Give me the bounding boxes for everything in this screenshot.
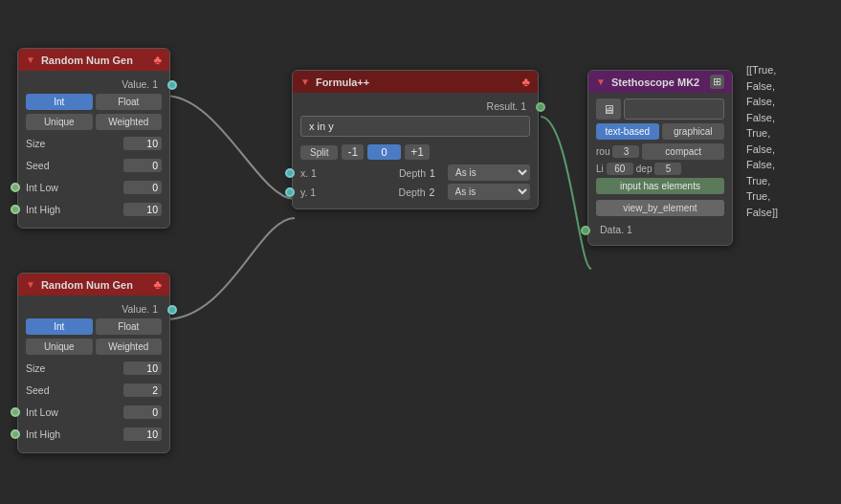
int-high-label-2: Int High — [26, 428, 120, 440]
formula-expression[interactable]: x in y — [300, 116, 530, 137]
weighted-btn-1[interactable]: Weighted — [96, 114, 163, 130]
int-high-socket-2[interactable] — [11, 429, 20, 439]
mode-btn-row-2: Unique Weighted — [26, 339, 162, 355]
value-label-1: Value. 1 — [122, 78, 158, 90]
formula-title: Formula++ — [316, 77, 517, 88]
depth2-label: Depth — [399, 186, 426, 198]
collapse-arrow-formula[interactable]: ▼ — [300, 77, 310, 87]
random-num-gen-node-1: ▼ Random Num Gen ♣ Value. 1 Int Float Un… — [17, 48, 170, 229]
type-btn-row-1: Int Float — [26, 94, 162, 110]
value-output-socket-1[interactable] — [167, 80, 177, 90]
data-socket[interactable] — [581, 226, 590, 235]
int-low-socket-2[interactable] — [11, 407, 20, 417]
random-num-gen-1-icon: ♣ — [153, 53, 162, 67]
y-label: y. 1 — [300, 186, 316, 198]
x-socket[interactable] — [285, 168, 295, 178]
seed-label-1: Seed — [26, 160, 120, 171]
random-num-gen-2-header: ▼ Random Num Gen ♣ — [18, 274, 169, 296]
unique-btn-1[interactable]: Unique — [26, 114, 93, 130]
int-low-label-2: Int Low — [26, 406, 120, 418]
seed-row-2: Seed 2 — [26, 381, 162, 400]
collapse-arrow-2[interactable]: ▼ — [26, 279, 35, 290]
input-elements-btn[interactable]: input has elements — [596, 178, 724, 194]
expression-row: x in y — [300, 116, 530, 142]
li-dep-row: Li dep — [596, 163, 724, 175]
mode-btn-row-1: Unique Weighted — [26, 114, 162, 130]
value-row-1: Value. 1 — [26, 77, 162, 94]
y-depth-row: y. 1 Depth 2 As is Flatten — [300, 184, 530, 200]
int-high-label-1: Int High — [26, 204, 120, 215]
stethoscope-title: Stethoscope MK2 — [611, 77, 704, 88]
random-num-gen-2-title: Random Num Gen — [41, 279, 148, 291]
minus-btn[interactable]: -1 — [342, 144, 364, 160]
size-val-1[interactable]: 10 — [123, 137, 162, 150]
depth1-label: Depth — [399, 167, 426, 179]
size-val-2[interactable]: 10 — [123, 362, 162, 375]
value-field[interactable] — [367, 144, 401, 160]
seed-val-2[interactable]: 2 — [123, 383, 162, 397]
screen-icon-btn[interactable]: 🖥 — [596, 99, 621, 120]
int-low-val-1[interactable]: 0 — [123, 181, 162, 194]
data-label: Data. 1 — [600, 224, 720, 235]
collapse-arrow-steth[interactable]: ▼ — [596, 77, 606, 87]
stethoscope-header: ▼ Stethoscope MK2 ⊞ — [588, 71, 732, 93]
depth1-select[interactable]: As is Flatten — [448, 164, 530, 181]
float-btn-2[interactable]: Float — [96, 318, 163, 335]
seed-val-1[interactable]: 0 — [123, 159, 162, 172]
depth2-select[interactable]: As is Flatten — [448, 184, 530, 200]
random-num-gen-1-title: Random Num Gen — [41, 55, 148, 66]
steth-display-field[interactable] — [624, 99, 724, 120]
li-label: Li — [596, 164, 604, 174]
size-row-2: Size 10 — [26, 359, 162, 378]
stethoscope-icon-btn[interactable]: ⊞ — [710, 75, 724, 89]
float-btn-1[interactable]: Float — [96, 94, 163, 110]
int-low-label-1: Int Low — [26, 182, 120, 193]
display-row: 🖥 — [596, 99, 724, 120]
int-btn-2[interactable]: Int — [26, 318, 93, 335]
type-btn-row-2: Int Float — [26, 318, 162, 335]
size-row-1: Size 10 — [26, 134, 162, 153]
int-low-row-1: Int Low 0 — [26, 178, 162, 197]
int-high-val-2[interactable]: 10 — [123, 427, 162, 441]
result-label: Result. 1 — [487, 100, 526, 112]
int-low-val-2[interactable]: 0 — [123, 405, 162, 419]
int-high-socket-1[interactable] — [11, 205, 20, 214]
li-val[interactable] — [607, 163, 633, 175]
split-btn[interactable]: Split — [300, 145, 338, 160]
unique-btn-2[interactable]: Unique — [26, 339, 93, 355]
y-socket[interactable] — [285, 187, 295, 197]
weighted-btn-2[interactable]: Weighted — [96, 339, 163, 355]
depth2-val: 2 — [430, 186, 444, 198]
split-row: Split -1 +1 — [300, 144, 530, 160]
graphical-btn[interactable]: graphical — [662, 123, 725, 140]
seed-label-2: Seed — [26, 384, 120, 396]
output-text: [[True, False, False, False, True, False… — [746, 62, 778, 220]
dep-label: dep — [636, 164, 653, 174]
result-output-socket[interactable] — [536, 102, 545, 112]
x-label: x. 1 — [300, 167, 317, 179]
collapse-arrow-1[interactable]: ▼ — [26, 55, 35, 65]
int-low-socket-1[interactable] — [11, 183, 20, 192]
view-by-element-btn[interactable]: view_by_element — [596, 200, 724, 216]
x-depth-row: x. 1 Depth 1 As is Flatten — [300, 164, 530, 181]
random-num-gen-2-icon: ♣ — [153, 277, 162, 292]
value-row-2: Value. 1 — [26, 301, 162, 318]
rou-label: rou — [596, 146, 609, 157]
random-num-gen-node-2: ▼ Random Num Gen ♣ Value. 1 Int Float Un… — [17, 273, 170, 453]
result-row: Result. 1 — [300, 99, 530, 116]
rou-val[interactable] — [612, 145, 639, 158]
text-based-btn[interactable]: text-based — [596, 123, 659, 140]
size-label-1: Size — [26, 138, 120, 149]
depth1-val: 1 — [430, 167, 444, 179]
value-output-socket-2[interactable] — [167, 305, 177, 315]
data-row: Data. 1 — [596, 222, 724, 239]
random-num-gen-1-header: ▼ Random Num Gen ♣ — [18, 49, 169, 71]
int-high-val-1[interactable]: 10 — [123, 203, 162, 216]
int-high-row-1: Int High 10 — [26, 200, 162, 219]
stethoscope-node: ▼ Stethoscope MK2 ⊞ 🖥 text-based graphic… — [587, 70, 733, 246]
int-btn-1[interactable]: Int — [26, 94, 93, 110]
plus-btn[interactable]: +1 — [405, 144, 430, 160]
dep-val[interactable] — [654, 163, 681, 175]
compact-btn[interactable]: compact — [642, 143, 724, 160]
int-low-row-2: Int Low 0 — [26, 403, 162, 422]
